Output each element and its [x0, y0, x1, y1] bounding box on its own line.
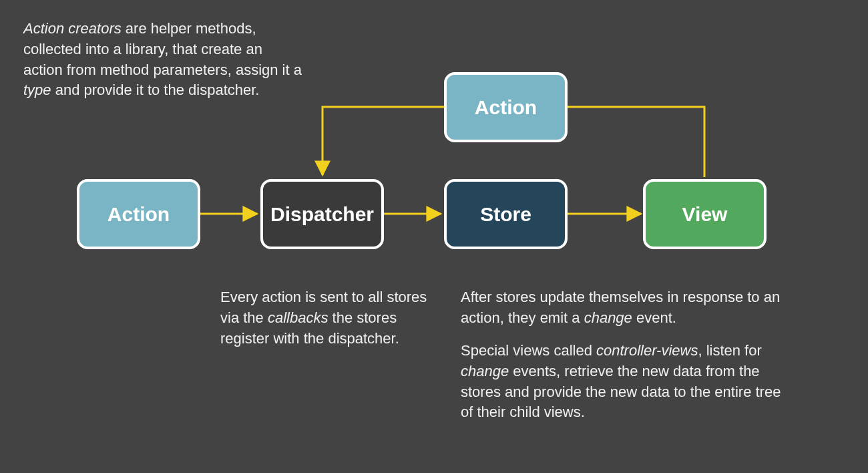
- node-action-top-label: Action: [475, 96, 537, 119]
- node-action-left: Action: [77, 179, 200, 249]
- diagram-canvas: Action creators are helper methods, coll…: [0, 0, 868, 473]
- node-view: View: [643, 179, 767, 249]
- desc-store-change: After stores update themselves in respon…: [461, 287, 788, 329]
- node-action-top: Action: [444, 72, 568, 142]
- node-view-label: View: [682, 203, 728, 226]
- node-action-left-label: Action: [107, 203, 170, 226]
- desc-dispatcher: Every action is sent to all stores via t…: [220, 287, 427, 349]
- node-store: Store: [444, 179, 568, 249]
- desc-controller-views: Special views called controller-views, l…: [461, 341, 795, 423]
- node-dispatcher: Dispatcher: [260, 179, 384, 249]
- node-dispatcher-label: Dispatcher: [270, 203, 374, 226]
- node-store-label: Store: [480, 203, 531, 226]
- desc-action-creators: Action creators are helper methods, coll…: [23, 19, 304, 101]
